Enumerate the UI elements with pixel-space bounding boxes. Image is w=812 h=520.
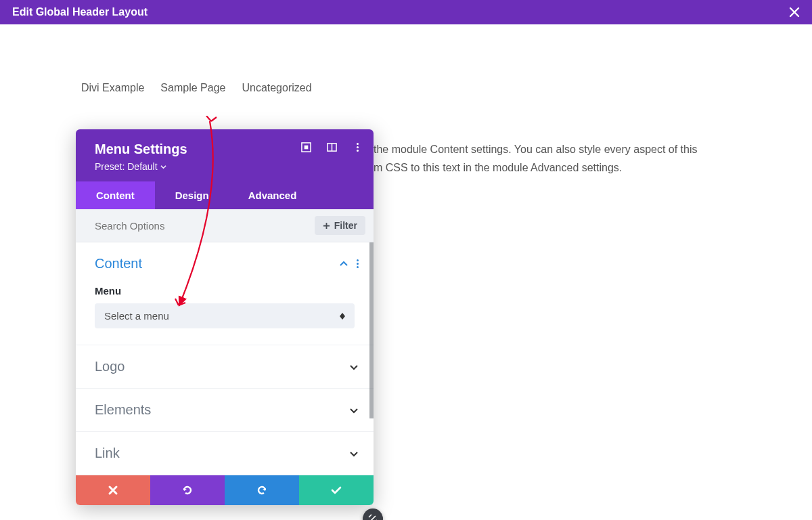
- svg-rect-1: [304, 145, 308, 149]
- tab-advanced[interactable]: Advanced: [229, 181, 316, 209]
- panel-header[interactable]: Menu Settings Preset: Default: [76, 129, 374, 181]
- select-caret-icon: [340, 313, 345, 320]
- panel-footer: [76, 475, 374, 505]
- header-nav: Divi Example Sample Page Uncategorized: [81, 82, 812, 94]
- caret-down-icon: [160, 164, 166, 170]
- module-preview-text: the module Content settings. You can als…: [374, 140, 752, 177]
- menu-settings-panel: Menu Settings Preset: Default Content De…: [76, 129, 374, 505]
- section-header-elements[interactable]: Elements: [76, 389, 374, 431]
- plus-icon: [323, 222, 330, 230]
- panel-body: Content Menu Select a menu: [76, 242, 374, 475]
- close-icon[interactable]: [789, 7, 800, 18]
- filter-button[interactable]: Filter: [315, 216, 365, 235]
- scrollbar[interactable]: [369, 242, 374, 418]
- chevron-down-icon: [349, 406, 359, 415]
- tab-design[interactable]: Design: [155, 181, 229, 209]
- section-header-content[interactable]: Content: [76, 242, 374, 285]
- editor-title: Edit Global Header Layout: [12, 6, 148, 18]
- search-bar: Filter: [76, 209, 374, 242]
- preset-selector[interactable]: Preset: Default: [95, 161, 359, 172]
- tab-content[interactable]: Content: [76, 181, 155, 209]
- cancel-button[interactable]: [76, 475, 150, 505]
- section-link: Link: [76, 432, 374, 475]
- panel-kebab-icon[interactable]: [352, 142, 363, 152]
- section-kebab-icon[interactable]: [357, 259, 359, 268]
- nav-item[interactable]: Sample Page: [160, 82, 225, 94]
- resize-handle[interactable]: [363, 508, 383, 520]
- panel-tabs: Content Design Advanced: [76, 181, 374, 209]
- nav-item[interactable]: Divi Example: [81, 82, 144, 94]
- section-header-logo[interactable]: Logo: [76, 345, 374, 388]
- menu-field-label: Menu: [95, 285, 355, 297]
- section-elements: Elements: [76, 389, 374, 432]
- editor-topbar: Edit Global Header Layout: [0, 0, 812, 24]
- chevron-down-icon: [349, 449, 359, 458]
- expand-icon[interactable]: [300, 142, 311, 152]
- nav-item[interactable]: Uncategorized: [242, 82, 311, 94]
- menu-select[interactable]: Select a menu: [95, 303, 355, 328]
- section-content: Content Menu Select a menu: [76, 242, 374, 345]
- undo-button[interactable]: [150, 475, 225, 505]
- save-button[interactable]: [299, 475, 374, 505]
- section-header-link[interactable]: Link: [76, 432, 374, 475]
- chevron-up-icon: [339, 259, 348, 269]
- section-logo: Logo: [76, 345, 374, 389]
- search-input[interactable]: [95, 220, 315, 232]
- redo-button[interactable]: [225, 475, 299, 505]
- snap-icon[interactable]: [326, 142, 337, 152]
- chevron-down-icon: [349, 362, 359, 372]
